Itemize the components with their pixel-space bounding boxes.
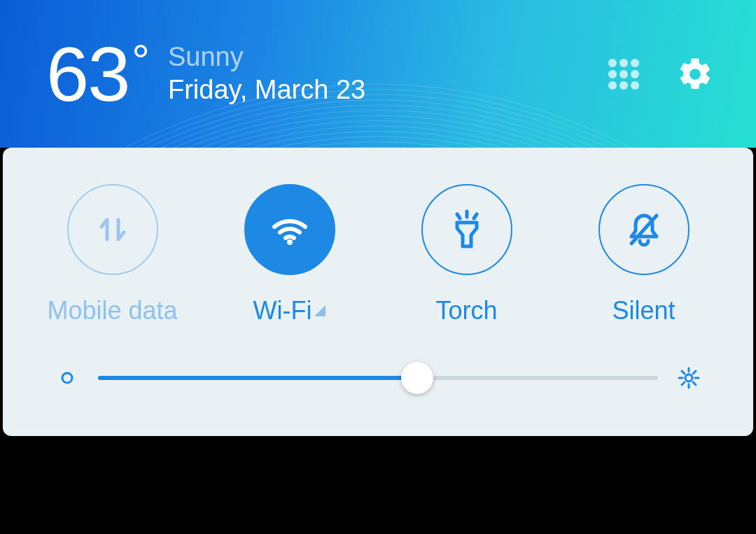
- brightness-slider[interactable]: [3, 362, 753, 394]
- toggle-label: Mobile data: [47, 296, 177, 325]
- svg-point-14: [62, 373, 72, 383]
- quick-settings-panel: Mobile data Wi-Fi: [3, 148, 753, 436]
- svg-point-0: [608, 59, 617, 67]
- weather-text-block[interactable]: Sunny Friday, March 23: [168, 41, 365, 106]
- expand-caret-icon: [314, 305, 326, 316]
- toggle-label: Silent: [612, 296, 675, 325]
- mobile-data-icon: [67, 184, 158, 275]
- toggle-label: Torch: [435, 296, 497, 325]
- wifi-icon: [244, 184, 335, 275]
- slider-thumb[interactable]: [401, 362, 433, 394]
- svg-line-23: [693, 371, 696, 374]
- svg-point-2: [631, 59, 639, 67]
- degree-symbol: °: [132, 38, 148, 83]
- svg-point-8: [631, 81, 639, 90]
- svg-point-7: [620, 81, 628, 90]
- toggle-silent[interactable]: Silent: [555, 184, 732, 325]
- apps-grid-icon[interactable]: [605, 55, 643, 93]
- temperature-value: 63: [46, 36, 129, 113]
- toggle-torch[interactable]: Torch: [378, 184, 555, 325]
- torch-icon: [421, 184, 512, 275]
- svg-point-3: [608, 70, 617, 78]
- svg-line-22: [682, 382, 685, 385]
- svg-point-9: [287, 239, 293, 245]
- header-date: Friday, March 23: [168, 73, 365, 107]
- svg-point-1: [620, 59, 628, 67]
- svg-point-15: [685, 374, 692, 381]
- silent-icon: [598, 184, 690, 275]
- brightness-track[interactable]: [98, 362, 658, 394]
- brightness-high-icon: [678, 367, 700, 389]
- svg-point-5: [631, 70, 639, 78]
- svg-point-4: [620, 70, 628, 78]
- svg-line-11: [457, 214, 460, 218]
- toggle-wifi[interactable]: Wi-Fi: [201, 184, 378, 325]
- quick-toggle-row: Mobile data Wi-Fi: [3, 148, 753, 325]
- weather-temperature[interactable]: 63 °: [46, 36, 148, 113]
- toggle-mobile-data[interactable]: Mobile data: [24, 184, 201, 325]
- toggle-label: Wi-Fi: [253, 296, 312, 325]
- settings-gear-icon[interactable]: [676, 55, 714, 93]
- weather-condition: Sunny: [168, 41, 365, 73]
- svg-line-20: [682, 371, 685, 374]
- svg-point-6: [608, 81, 617, 90]
- slider-fill: [98, 376, 417, 380]
- svg-line-21: [693, 382, 696, 385]
- svg-line-12: [474, 214, 477, 218]
- brightness-low-icon: [56, 367, 78, 389]
- status-header: 63 ° Sunny Friday, March 23: [0, 0, 756, 148]
